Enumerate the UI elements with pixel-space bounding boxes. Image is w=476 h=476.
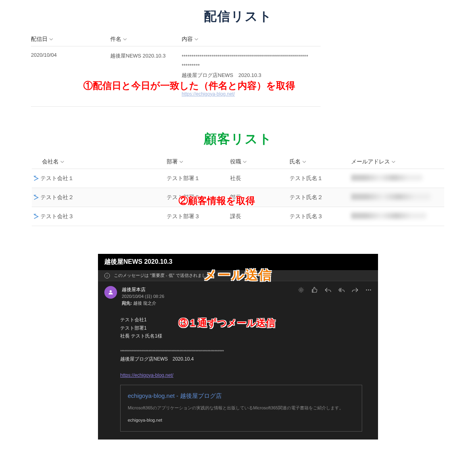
- body-link[interactable]: https://echigoya-blog.net/: [120, 372, 173, 378]
- table2-row[interactable]: テスト会社３ テスト部署３ 課長 テスト氏名３: [32, 207, 444, 226]
- cell-role: 社長: [230, 175, 290, 182]
- col-content[interactable]: 内容: [182, 36, 321, 43]
- svg-point-2: [366, 290, 367, 291]
- col-name[interactable]: 氏名: [290, 158, 351, 165]
- cell-dept: テスト部署３: [167, 213, 230, 220]
- sort-icon: [179, 160, 183, 164]
- table2-row[interactable]: テスト会社１ テスト部署１ 社長 テスト氏名１: [32, 169, 444, 188]
- cell-name: テスト氏名１: [290, 175, 351, 182]
- table1-header-row: 配信日 件名 内容: [31, 33, 321, 46]
- cell-email: [351, 175, 444, 182]
- avatar: [104, 286, 117, 299]
- sender-date: 2020/10/04 (日) 08:26: [122, 293, 164, 300]
- cell-email: [351, 213, 444, 220]
- svg-point-0: [109, 290, 111, 292]
- cell-company: テスト会社１: [40, 175, 74, 182]
- sort-icon: [123, 37, 127, 41]
- body-divider: ****************************************…: [120, 348, 362, 355]
- cell-company: テスト会社３: [40, 213, 74, 220]
- col-role[interactable]: 役職: [230, 158, 290, 165]
- svg-point-1: [300, 289, 302, 291]
- preview-domain: echigoya-blog.net: [128, 416, 355, 424]
- forward-icon[interactable]: [352, 287, 358, 293]
- customer-table: 会社名 部署 役職 氏名 メールアドレス テスト会社１ テスト部署１ 社長 テス…: [32, 155, 444, 226]
- like-icon[interactable]: [311, 287, 318, 293]
- distribution-table: 配信日 件名 内容 2020/10/04 越後屋NEWS 2020.10.3 *…: [31, 33, 321, 107]
- col-email[interactable]: メールアドレス: [351, 158, 444, 165]
- sort-icon: [194, 37, 198, 41]
- email-header: 越後屋本店 2020/10/04 (日) 08:26 宛先: 越後 龍之介: [98, 281, 378, 309]
- body-newsline: 越後屋ブログ店NEWS 2020.10.4: [120, 355, 362, 363]
- col-company[interactable]: 会社名: [32, 158, 167, 165]
- select-icon[interactable]: [33, 214, 39, 219]
- annotation-2: ②顧客情報を取得: [178, 194, 255, 207]
- preview-desc: Microsoft365のアプリケーションの実践的な情報と出版しているMicro…: [128, 405, 355, 412]
- sun-icon[interactable]: [298, 287, 304, 293]
- cell-dept: テスト部署１: [167, 175, 230, 182]
- table2-header-row: 会社名 部署 役職 氏名 メールアドレス: [32, 155, 444, 169]
- preview-title: echigoya-blog.net - 越後屋ブログ店: [128, 391, 355, 401]
- sort-icon: [60, 160, 64, 164]
- col-dept[interactable]: 部署: [167, 158, 230, 165]
- table1-row[interactable]: 2020/10/04 越後屋NEWS 2020.10.3 ***********…: [31, 46, 321, 107]
- annotation-1: ①配信日と今日が一致した（件名と内容）を取得: [83, 79, 295, 92]
- svg-point-3: [368, 290, 369, 291]
- sort-icon: [302, 160, 306, 164]
- section1-title: 配信リスト: [8, 8, 468, 25]
- reply-icon[interactable]: [325, 287, 331, 293]
- select-icon[interactable]: [33, 176, 39, 181]
- sender-to: 宛先: 越後 龍之介: [122, 300, 164, 307]
- cell-company: テスト会社２: [40, 194, 74, 201]
- col-subject[interactable]: 件名: [110, 36, 182, 43]
- sender-name: 越後屋本店: [122, 286, 164, 293]
- link-preview[interactable]: echigoya-blog.net - 越後屋ブログ店 Microsoft365…: [120, 385, 362, 432]
- cell-role: 課長: [230, 213, 290, 220]
- sort-icon: [392, 160, 395, 164]
- cell-name: テスト氏名３: [290, 213, 351, 220]
- col-date[interactable]: 配信日: [31, 36, 110, 43]
- sort-icon: [243, 160, 247, 164]
- section3-title: メール送信: [0, 267, 476, 284]
- section2-title: 顧客リスト: [8, 131, 468, 148]
- sort-icon: [49, 37, 53, 41]
- svg-point-4: [370, 290, 371, 291]
- sender-block: 越後屋本店 2020/10/04 (日) 08:26 宛先: 越後 龍之介: [122, 286, 164, 306]
- body-line: 社長 テスト氏名1様: [120, 332, 362, 340]
- cell-name: テスト氏名２: [290, 194, 351, 201]
- annotation-3: ③１通ずつメール送信: [178, 317, 275, 329]
- select-icon[interactable]: [33, 195, 39, 200]
- cell-email: [351, 194, 444, 201]
- reply-all-icon[interactable]: [338, 287, 345, 293]
- email-actions: [298, 287, 372, 293]
- more-icon[interactable]: [365, 287, 372, 293]
